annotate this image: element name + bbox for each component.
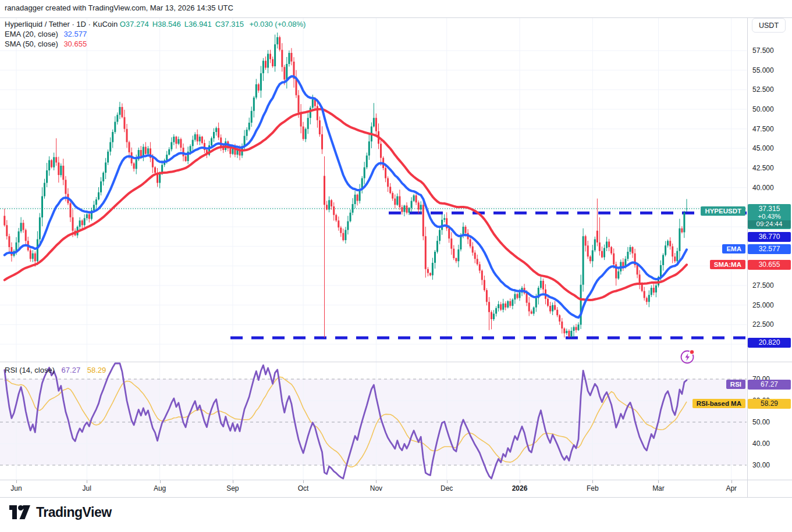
price-tick-label: 52.500 — [752, 85, 774, 94]
sma-label: SMA (50, close) — [5, 40, 58, 48]
rsi-label: RSI (14, close) — [5, 366, 55, 374]
month-label: Oct — [290, 484, 316, 492]
rsi-ma-value: 58.29 — [87, 366, 106, 374]
month-label: Feb — [580, 484, 605, 492]
time-tick — [303, 480, 304, 483]
ohlc-l: L36.941 — [184, 20, 212, 28]
ema-label: EMA (20, close) — [5, 30, 58, 38]
month-label: Mar — [645, 484, 671, 492]
chart-canvas[interactable] — [0, 0, 792, 532]
price-tick-label: 45.000 — [752, 144, 774, 152]
price-tick-label: 25.000 — [752, 301, 774, 309]
currency-toggle-button[interactable]: USDT — [752, 18, 786, 33]
axis-badge-level_lo: 20.820 — [748, 338, 791, 348]
ohlc-values: O37.274H38.546L36.941C37.315 — [120, 20, 247, 28]
time-tick — [592, 480, 593, 483]
time-tick — [731, 480, 732, 483]
sma-value: 30.655 — [63, 40, 87, 48]
change-value: +0.030 (+0.08%) — [250, 20, 306, 28]
axis-badge-last: 37.315+0.43%09:24:44 — [748, 204, 791, 229]
month-label: 2026 — [507, 484, 532, 492]
time-tick — [16, 480, 17, 483]
series-pill-symbol: HYPEUSDT — [701, 206, 745, 216]
month-label: Dec — [434, 484, 460, 492]
series-pill-rsi_ma: RSI-based MA — [692, 399, 745, 408]
brand-text: TradingView — [36, 505, 112, 520]
price-tick-label: 47.500 — [752, 125, 774, 133]
price-tick-label: 27.500 — [752, 281, 774, 290]
price-tick-label: 57.500 — [752, 47, 774, 55]
ohlc-c: C37.315 — [215, 20, 244, 28]
month-label: Aug — [147, 484, 173, 492]
axis-badge-rsi: 67.27 — [748, 380, 791, 390]
axis-badge-sma: 30.655 — [748, 260, 791, 270]
rsi-legend-row[interactable]: RSI (14, close) 67.27 58.29 — [5, 366, 106, 374]
rsi-tick-label: 30.00 — [752, 461, 770, 469]
series-pill-ema: EMA — [722, 244, 745, 253]
time-tick — [376, 480, 377, 483]
month-label: Nov — [363, 484, 389, 492]
symbol-row[interactable]: Hyperliquid / Tether · 1D · KuCoin O37.2… — [5, 20, 306, 30]
price-tick-label: 50.000 — [752, 105, 774, 113]
symbol-legend: Hyperliquid / Tether · 1D · KuCoin O37.2… — [5, 20, 306, 49]
month-label: Apr — [719, 484, 744, 492]
time-tick — [658, 480, 659, 483]
price-tick-label: 55.000 — [752, 66, 774, 74]
series-pill-sma: SMA:MA — [710, 260, 745, 269]
instant-trading-icon[interactable] — [679, 348, 696, 365]
time-tick — [160, 480, 161, 483]
month-label: Jun — [3, 484, 29, 492]
rsi-tick-label: 40.00 — [752, 440, 770, 448]
axis-badge-ema: 32.577 — [748, 244, 791, 254]
price-tick-label: 40.000 — [752, 184, 774, 192]
symbol-title[interactable]: Hyperliquid / Tether · 1D · KuCoin — [5, 20, 118, 28]
rsi-value: 67.27 — [62, 366, 81, 374]
credit-line: ranadagger created with TradingView.com,… — [5, 3, 233, 12]
time-tick — [447, 480, 448, 483]
ema-value: 32.577 — [63, 30, 87, 38]
axis-badge-rsi_ma: 58.29 — [748, 399, 791, 409]
series-pill-rsi: RSI — [726, 380, 745, 389]
tradingview-mark-icon — [8, 504, 31, 521]
time-tick — [87, 480, 87, 483]
tradingview-logo[interactable]: TradingView — [8, 504, 112, 521]
rsi-tick-label: 50.00 — [752, 418, 770, 426]
ema-legend-row[interactable]: EMA (20, close) 32.577 — [5, 30, 306, 40]
sma-legend-row[interactable]: SMA (50, close) 30.655 — [5, 40, 306, 49]
time-tick — [233, 480, 233, 483]
price-tick-label: 22.500 — [752, 320, 774, 329]
tradingview-chart-page: ranadagger created with TradingView.com,… — [0, 0, 792, 532]
month-label: Jul — [74, 484, 100, 492]
price-tick-label: 42.500 — [752, 164, 774, 172]
time-tick — [520, 480, 520, 483]
month-label: Sep — [220, 484, 246, 492]
ohlc-o: O37.274 — [120, 20, 149, 28]
axis-badge-level_hi: 36.770 — [748, 232, 791, 242]
ohlc-h: H38.546 — [152, 20, 181, 28]
